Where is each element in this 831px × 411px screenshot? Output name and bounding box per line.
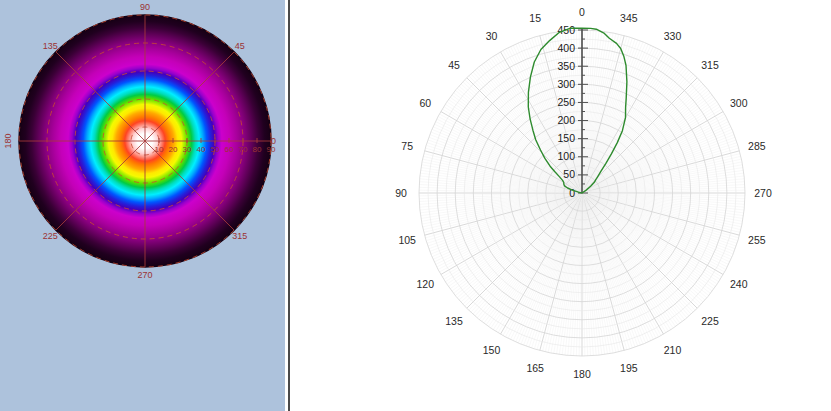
polar-angle-label: 90 <box>395 187 407 199</box>
polar-angle-label: 300 <box>730 97 748 109</box>
radial-tick-label: 10 <box>155 145 164 154</box>
polar-angle-label: 180 <box>573 368 591 380</box>
r-axis-label: 200 <box>557 114 575 126</box>
r-axis-label: 50 <box>563 168 575 180</box>
polar-angle-label: 210 <box>664 344 682 356</box>
angle-label: 225 <box>43 231 58 241</box>
angle-label: 135 <box>43 41 58 51</box>
r-axis-label: 100 <box>557 150 575 162</box>
polar-angle-label: 240 <box>730 278 748 290</box>
candela-polar-chart: 0501001502002503003504004500153045607590… <box>290 0 831 411</box>
polar-angle-label: 255 <box>748 234 766 246</box>
radial-tick-label: 30 <box>183 145 192 154</box>
polar-angle-label: 75 <box>401 140 413 152</box>
radial-tick-label: 40 <box>197 145 206 154</box>
polar-angle-label: 150 <box>483 344 501 356</box>
polar-angle-label: 60 <box>419 97 431 109</box>
radial-tick-label: 60 <box>225 145 234 154</box>
polar-angle-label: 105 <box>398 234 416 246</box>
polar-chart-panel: 0501001502002503003504004500153045607590… <box>290 0 831 411</box>
intensity-heatmap-chart: 10203040506070809004590135180225270315 <box>0 0 285 411</box>
radial-tick-label: 70 <box>239 145 248 154</box>
radial-tick-label: 20 <box>169 145 178 154</box>
angle-label: 315 <box>232 231 247 241</box>
r-axis-label: 300 <box>557 78 575 90</box>
r-axis-label: 150 <box>557 132 575 144</box>
polar-angle-label: 225 <box>701 315 719 327</box>
polar-angle-label: 345 <box>620 12 638 24</box>
polar-angle-label: 270 <box>754 187 772 199</box>
polar-angle-label: 285 <box>748 140 766 152</box>
angle-label: 270 <box>137 270 152 280</box>
photometric-viewer-window: 10203040506070809004590135180225270315 光… <box>0 0 831 411</box>
angle-label: 90 <box>140 2 150 12</box>
radial-tick-label: 80 <box>253 145 262 154</box>
r-axis-label: 350 <box>557 60 575 72</box>
angle-label: 0 <box>271 136 276 146</box>
polar-angle-label: 45 <box>448 59 460 71</box>
angle-label: 180 <box>3 133 13 148</box>
polar-angle-label: 15 <box>529 12 541 24</box>
polar-angle-label: 0 <box>579 6 585 18</box>
r-axis-label: 400 <box>557 42 575 54</box>
polar-angle-label: 330 <box>664 30 682 42</box>
r-axis-label: 0 <box>569 187 575 199</box>
radial-tick-label: 50 <box>211 145 220 154</box>
radial-tick-label: 90 <box>267 145 276 154</box>
intensity-map-panel: 10203040506070809004590135180225270315 <box>0 0 285 411</box>
polar-angle-label: 120 <box>416 278 434 290</box>
polar-angle-label: 30 <box>486 30 498 42</box>
polar-angle-label: 315 <box>701 59 719 71</box>
r-axis-label: 250 <box>557 96 575 108</box>
polar-angle-label: 195 <box>620 362 638 374</box>
polar-angle-label: 165 <box>526 362 544 374</box>
angle-label: 45 <box>235 41 245 51</box>
polar-angle-label: 135 <box>445 315 463 327</box>
